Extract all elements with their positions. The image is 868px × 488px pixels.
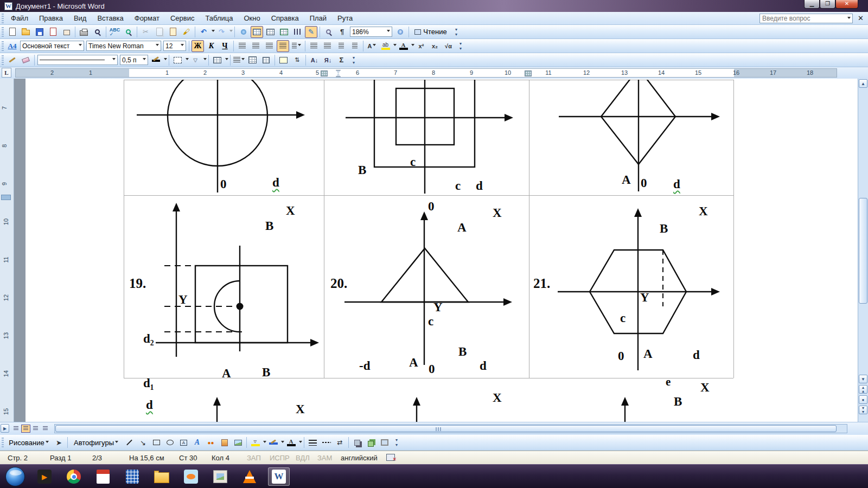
paste-button[interactable]	[167, 26, 179, 38]
underline-button[interactable]: Ч	[219, 40, 231, 52]
menu-window[interactable]: Окно	[238, 12, 265, 24]
line-weight-combo[interactable]: 0,5 п	[120, 55, 148, 65]
close-button[interactable]: ✕	[835, 0, 858, 9]
save-button[interactable]	[33, 26, 46, 38]
fill-color-dropdown[interactable]	[263, 441, 266, 445]
highlight-button[interactable]: ab	[379, 40, 392, 52]
bulleted-list-button[interactable]	[321, 40, 334, 52]
insert-picture-button[interactable]	[232, 436, 244, 448]
style-combo[interactable]: Основной текст	[20, 41, 84, 51]
dash-style-button[interactable]	[320, 436, 333, 448]
previous-page-button[interactable]: ▴▴	[859, 385, 867, 394]
menu-edit[interactable]: Правка	[34, 12, 68, 24]
table-column-marker[interactable]	[321, 70, 328, 76]
rectangle-tool-button[interactable]	[150, 436, 163, 448]
vertical-scroll-thumb[interactable]	[859, 198, 867, 304]
new-document-button[interactable]	[6, 26, 18, 38]
read-mode-button[interactable]: Чтение	[411, 26, 450, 38]
status-flag-ovr[interactable]: ЗАМ	[317, 454, 332, 462]
tables-and-borders-button[interactable]	[251, 26, 263, 38]
increase-indent-button[interactable]	[348, 40, 361, 52]
insert-table-dropdown[interactable]	[225, 58, 228, 62]
border-color-dropdown[interactable]	[164, 58, 167, 62]
line-style-combo[interactable]	[37, 55, 118, 65]
status-flag-track[interactable]: ИСПР	[270, 454, 290, 462]
eraser-button[interactable]	[20, 54, 32, 66]
distribute-rows-button[interactable]	[246, 54, 259, 66]
shadow-style-button[interactable]	[351, 436, 363, 448]
email-button[interactable]	[60, 26, 73, 38]
reading-view-button[interactable]	[41, 425, 50, 433]
diagram-button[interactable]: ●●	[205, 436, 217, 448]
borders-button[interactable]	[171, 54, 184, 66]
text-direction-button[interactable]: ⇅	[291, 54, 303, 66]
align-center-button[interactable]	[250, 40, 262, 52]
font-color-button-2[interactable]: А	[285, 436, 297, 448]
oval-tool-button[interactable]	[164, 436, 176, 448]
document-map-button[interactable]	[322, 26, 335, 38]
picture-frame-button[interactable]	[378, 436, 391, 448]
zoom-combo[interactable]: 186%	[350, 27, 392, 37]
toolbar-options-chevron[interactable]: ▾▾	[350, 54, 357, 66]
toolbar-grip[interactable]	[2, 41, 4, 51]
minimize-button[interactable]: ▁	[804, 0, 820, 9]
taskbar-fish-app-icon[interactable]	[180, 467, 202, 486]
bold-button[interactable]: Ж	[192, 40, 204, 52]
taskbar-calculator-icon[interactable]	[122, 467, 143, 486]
shading-dropdown[interactable]	[203, 58, 207, 62]
align-right-button[interactable]	[263, 40, 276, 52]
font-color-dropdown[interactable]	[411, 44, 414, 48]
outline-view-button[interactable]	[31, 425, 40, 433]
arrow-style-button[interactable]: ⇄	[334, 436, 346, 448]
align-left-button[interactable]	[236, 40, 248, 52]
menu-ruta[interactable]: Рута	[332, 12, 358, 24]
line-color-dropdown[interactable]	[281, 441, 284, 445]
taskbar-red-app-icon[interactable]	[92, 467, 114, 486]
toolbar-grip[interactable]	[2, 14, 4, 23]
subscript-button[interactable]: x₂	[429, 40, 441, 52]
show-hide-button[interactable]: ¶	[336, 26, 348, 38]
font-color-button[interactable]: А	[397, 40, 410, 52]
shading-button[interactable]: 🜄	[189, 54, 202, 66]
threed-style-button[interactable]	[365, 436, 377, 448]
undo-dropdown[interactable]	[212, 30, 215, 34]
print-button[interactable]	[78, 26, 90, 38]
help-button[interactable]: ?	[394, 26, 406, 38]
menu-format[interactable]: Формат	[129, 12, 165, 24]
scroll-down-button[interactable]: ▼	[859, 375, 867, 383]
taskbar-word-icon[interactable]: W	[268, 467, 290, 486]
decrease-indent-button[interactable]	[335, 40, 347, 52]
select-objects-button[interactable]: ➤	[53, 436, 65, 448]
redo-dropdown[interactable]	[229, 30, 233, 34]
menu-table[interactable]: Таблица	[200, 12, 238, 24]
toolbar-grip[interactable]	[2, 27, 4, 37]
draw-table-button[interactable]	[6, 54, 18, 66]
insert-table-button[interactable]	[264, 26, 277, 38]
status-language[interactable]: английский	[341, 454, 378, 462]
cell-align-button[interactable]	[233, 54, 245, 66]
menu-tools[interactable]: Сервис	[165, 12, 200, 24]
font-size-combo[interactable]: 12	[163, 41, 186, 51]
status-flag-rec[interactable]: ЗАП	[247, 454, 261, 462]
document-area[interactable]: 0 d X B B c c d 0 A X A 0 d B X 19. Y d₂…	[0, 79, 858, 422]
toolbar-options-chevron[interactable]: ▾▾	[393, 436, 400, 448]
close-icon[interactable]: ✕	[858, 14, 864, 22]
taskbar-image-app-icon[interactable]	[209, 467, 231, 486]
highlight-dropdown[interactable]	[393, 44, 397, 48]
spelling-status-icon[interactable]	[386, 454, 395, 461]
menu-play[interactable]: Плай	[304, 12, 332, 24]
arrow-tool-button[interactable]: ↘	[137, 436, 149, 448]
undo-button[interactable]: ↶	[197, 26, 210, 38]
insert-excel-button[interactable]	[278, 26, 290, 38]
italic-button[interactable]: К	[205, 40, 218, 52]
columns-button[interactable]	[291, 26, 304, 38]
web-layout-button[interactable]	[11, 425, 21, 433]
sort-descending-button[interactable]: Я↓	[322, 54, 334, 66]
hyperlink-button[interactable]	[237, 26, 250, 38]
autosum-button[interactable]: Σ	[335, 54, 348, 66]
table-autoformat-button[interactable]	[277, 54, 290, 66]
character-spacing-button[interactable]: А	[366, 40, 378, 52]
spelling-button[interactable]: ABC✓	[108, 26, 121, 38]
line-color-button[interactable]	[267, 436, 279, 448]
line-tool-button[interactable]	[123, 436, 136, 448]
